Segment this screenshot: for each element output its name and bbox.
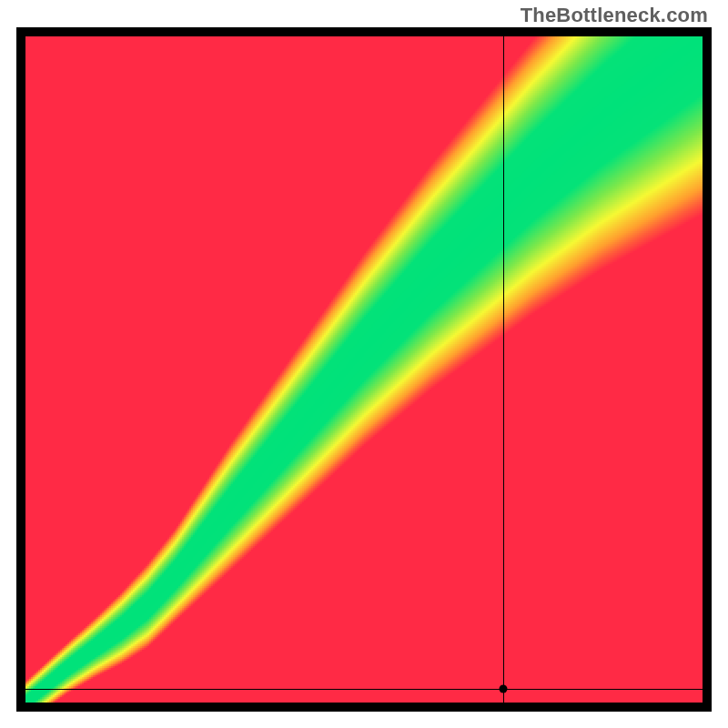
plot-area[interactable]: [25, 36, 703, 703]
crosshair-horizontal: [25, 689, 703, 690]
crosshair-marker: [499, 685, 507, 693]
chart-container: TheBottleneck.com: [0, 0, 728, 728]
heatmap-canvas: [25, 36, 703, 703]
plot-frame: [16, 27, 712, 712]
crosshair-vertical: [503, 36, 504, 703]
watermark-label: TheBottleneck.com: [521, 4, 708, 27]
